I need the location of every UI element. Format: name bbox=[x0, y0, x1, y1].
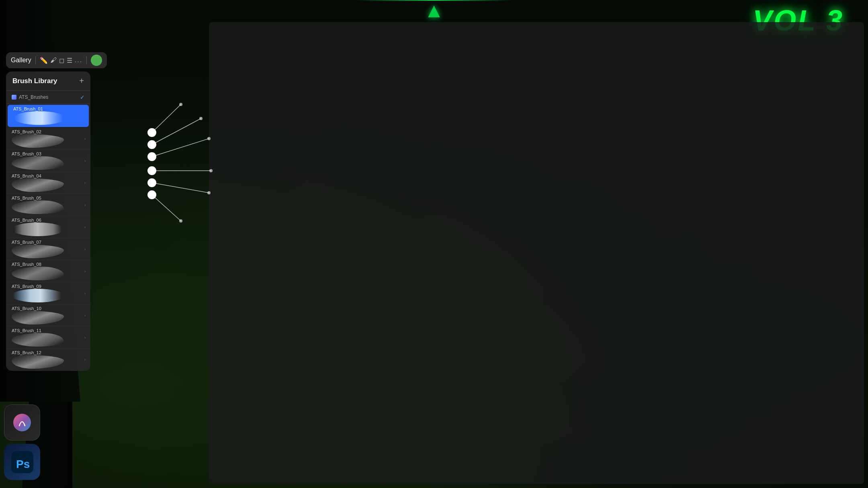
brush-item-05[interactable]: ATS_Brush_05 › bbox=[6, 194, 90, 216]
brush-arrow-11: › bbox=[84, 335, 86, 340]
brush-item-name-12: ATS_Brush_12 bbox=[12, 350, 83, 355]
brush-preview-09 bbox=[12, 289, 64, 302]
svg-point-18 bbox=[13, 414, 31, 431]
eraser-tool-icon[interactable]: ◻ bbox=[59, 57, 64, 64]
brush-item-01[interactable]: ATS_Brush_01 › bbox=[8, 105, 89, 127]
brush-item-12[interactable]: ATS_Brush_12 › bbox=[6, 349, 90, 371]
brush-item-08[interactable]: ATS_Brush_08 › bbox=[6, 260, 90, 282]
top-logo: ▲ bbox=[354, 0, 514, 22]
brush-library-title: Brush Library bbox=[12, 77, 57, 85]
brush-preview-10 bbox=[12, 311, 64, 325]
brush-item-09[interactable]: ATS_Brush_09 › bbox=[6, 282, 90, 304]
layers-tool-icon[interactable]: ☰ bbox=[67, 57, 72, 64]
brush-item-11[interactable]: ATS_Brush_11 › bbox=[6, 327, 90, 349]
brush-preview-01 bbox=[13, 111, 66, 125]
brush-item-name-10: ATS_Brush_10 bbox=[12, 306, 83, 311]
main-brush-grid bbox=[209, 22, 864, 484]
brush-set-icon bbox=[12, 95, 16, 100]
brush-preview-12 bbox=[12, 355, 64, 369]
left-panel: Gallery ✏️ 🖌 ◻ ☰ ... Brush Library + ATS… bbox=[6, 52, 107, 371]
brush-item-04[interactable]: ATS_Brush_04 › bbox=[6, 172, 90, 194]
brush-preview-04 bbox=[12, 178, 64, 192]
brush-item-name-02: ATS_Brush_02 bbox=[12, 129, 83, 134]
color-picker[interactable] bbox=[91, 55, 102, 66]
brush-arrow-08: › bbox=[84, 269, 86, 274]
brush-arrow-10: › bbox=[84, 313, 86, 318]
brush-arrow-12: › bbox=[84, 357, 86, 362]
brush-preview-07 bbox=[12, 245, 64, 258]
brush-arrow-04: › bbox=[84, 181, 86, 185]
brush-item-name-08: ATS_Brush_08 bbox=[12, 262, 83, 267]
brush-item-name-07: ATS_Brush_07 bbox=[12, 240, 83, 245]
brush-arrow-09: › bbox=[84, 291, 86, 296]
brush-arrow-03: › bbox=[84, 159, 86, 163]
brush-item-03[interactable]: ATS_Brush_03 › bbox=[6, 150, 90, 172]
brush-preview-06 bbox=[12, 223, 64, 236]
brush-item-name-09: ATS_Brush_09 bbox=[12, 284, 83, 289]
brush-library-header: Brush Library + bbox=[6, 71, 90, 91]
brush-set-header[interactable]: ATS_Brushes ✓ bbox=[6, 91, 90, 104]
brush-item-name-04: ATS_Brush_04 bbox=[12, 174, 83, 178]
procreate-app-icon[interactable] bbox=[4, 404, 40, 441]
brush-item-07[interactable]: ATS_Brush_07 › bbox=[6, 238, 90, 260]
brush-arrow-05: › bbox=[84, 203, 86, 207]
brush-item-02[interactable]: ATS_Brush_02 › bbox=[6, 128, 90, 150]
toolbar: Gallery ✏️ 🖌 ◻ ☰ ... bbox=[6, 52, 107, 68]
brush-preview-05 bbox=[12, 200, 64, 214]
brush-arrow-02: › bbox=[84, 137, 86, 141]
brush-library-panel: Brush Library + ATS_Brushes ✓ ATS_Brush_… bbox=[6, 71, 90, 371]
brush-arrow-07: › bbox=[84, 247, 86, 251]
toolbar-sep-1 bbox=[35, 56, 36, 64]
brush-preview-08 bbox=[12, 267, 64, 280]
photoshop-app-icon[interactable]: Ps bbox=[4, 444, 40, 480]
brush-preview-03 bbox=[12, 156, 64, 170]
brush-item-10[interactable]: ATS_Brush_10 › bbox=[6, 304, 90, 327]
brush-item-name-11: ATS_Brush_11 bbox=[12, 328, 83, 333]
svg-text:Ps: Ps bbox=[16, 458, 30, 470]
logo-icon: ▲ bbox=[424, 0, 444, 22]
smudge-tool-icon[interactable]: 🖌 bbox=[50, 57, 57, 64]
brush-preview-02 bbox=[12, 134, 64, 148]
brush-set-check: ✓ bbox=[80, 94, 85, 100]
brush-item-name-03: ATS_Brush_03 bbox=[12, 151, 83, 156]
more-options[interactable]: ... bbox=[75, 57, 82, 64]
brush-item-name-01: ATS_Brush_01 bbox=[13, 106, 81, 111]
app-icons-dock: Ps bbox=[4, 404, 40, 480]
brush-item-name-06: ATS_Brush_06 bbox=[12, 218, 83, 223]
brush-preview-11 bbox=[12, 333, 64, 347]
brush-item-name-05: ATS_Brush_05 bbox=[12, 196, 83, 200]
toolbar-sep-2 bbox=[86, 56, 87, 64]
add-brush-button[interactable]: + bbox=[79, 76, 84, 86]
brush-arrow-06: › bbox=[84, 225, 86, 229]
brush-arrow-01: › bbox=[83, 114, 84, 118]
brush-set-name: ATS_Brushes bbox=[19, 94, 48, 100]
brush-tool-icon[interactable]: ✏️ bbox=[40, 57, 48, 64]
brush-item-06[interactable]: ATS_Brush_06 › bbox=[6, 216, 90, 238]
gallery-button[interactable]: Gallery bbox=[11, 57, 31, 64]
